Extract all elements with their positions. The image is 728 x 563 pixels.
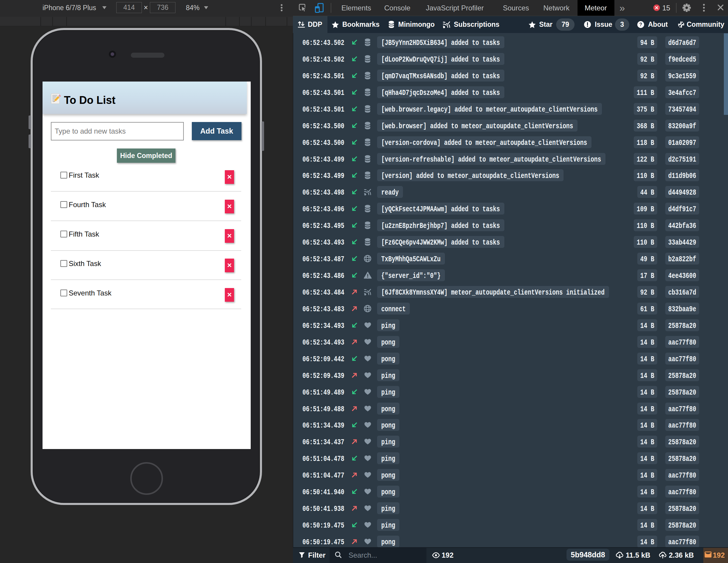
svg-text:?: ? [639,22,642,27]
